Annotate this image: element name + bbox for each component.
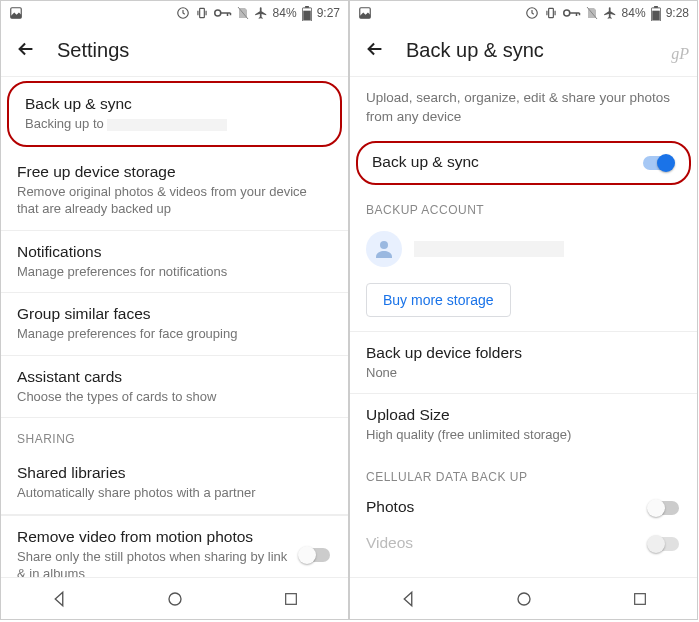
- svg-point-13: [563, 10, 569, 16]
- back-icon[interactable]: [15, 38, 37, 64]
- shared-libraries-row[interactable]: Shared libraries Automatically share pho…: [1, 452, 348, 515]
- nav-recent-icon[interactable]: [283, 591, 299, 607]
- clock-time: 9:27: [317, 6, 340, 20]
- remove-video-toggle[interactable]: [298, 545, 332, 565]
- backup-content: Upload, search, organize, edit & share y…: [350, 77, 697, 577]
- svg-rect-9: [285, 593, 296, 604]
- redacted-account: [107, 119, 227, 131]
- row-sub: Backing up to: [25, 115, 324, 133]
- row-sub: Automatically share photos with a partne…: [17, 484, 332, 502]
- nav-bar: [350, 577, 697, 619]
- settings-list: Back up & sync Backing up to Free up dev…: [1, 77, 348, 577]
- airplane-icon: [254, 6, 268, 20]
- cellular-photos-toggle[interactable]: [647, 498, 681, 518]
- watermark: gP: [671, 45, 689, 63]
- section-sharing: SHARING: [1, 418, 348, 452]
- battery-percent: 84%: [273, 6, 297, 20]
- nav-back-icon[interactable]: [50, 590, 68, 608]
- buy-storage-button[interactable]: Buy more storage: [366, 283, 511, 317]
- picture-icon: [9, 6, 23, 20]
- battery-icon: [651, 6, 661, 21]
- picture-icon: [358, 6, 372, 20]
- vibrate-icon: [544, 6, 558, 20]
- status-bar: 84% 9:27: [1, 1, 348, 25]
- app-bar: Back up & sync: [350, 25, 697, 77]
- row-title: Group similar faces: [17, 305, 332, 323]
- row-title: Free up device storage: [17, 163, 332, 181]
- nav-back-icon[interactable]: [399, 590, 417, 608]
- key-icon: [563, 8, 581, 18]
- svg-rect-12: [548, 8, 553, 17]
- cellular-photos-row[interactable]: Photos: [350, 490, 697, 526]
- app-bar: Settings: [1, 25, 348, 77]
- avatar-icon: [366, 231, 402, 267]
- row-title: Back up & sync: [25, 95, 324, 113]
- back-icon[interactable]: [364, 38, 386, 64]
- battery-percent: 84%: [622, 6, 646, 20]
- svg-rect-20: [634, 593, 645, 604]
- device-folders-row[interactable]: Back up device folders None: [350, 332, 697, 395]
- row-title: Back up device folders: [366, 344, 681, 362]
- redacted-email: [414, 241, 564, 257]
- clock-time: 9:28: [666, 6, 689, 20]
- row-title: Notifications: [17, 243, 332, 261]
- nav-home-icon[interactable]: [515, 590, 533, 608]
- remove-video-row[interactable]: Remove video from motion photos Share on…: [1, 515, 348, 577]
- nav-home-icon[interactable]: [166, 590, 184, 608]
- highlight-oval: Back up & sync: [356, 141, 691, 185]
- svg-point-8: [169, 593, 181, 605]
- assistant-cards-row[interactable]: Assistant cards Choose the types of card…: [1, 356, 348, 419]
- backup-sync-screen: gP 84% 9:28 Back up & sync Upload, searc…: [349, 0, 698, 620]
- svg-point-18: [380, 241, 388, 249]
- svg-point-3: [214, 10, 220, 16]
- free-storage-row[interactable]: Free up device storage Remove original p…: [1, 151, 348, 231]
- airplane-icon: [603, 6, 617, 20]
- row-sub: Remove original photos & videos from you…: [17, 183, 332, 218]
- battery-icon: [302, 6, 312, 21]
- notifications-row[interactable]: Notifications Manage preferences for not…: [1, 231, 348, 294]
- videos-label: Videos: [366, 534, 413, 552]
- row-sub: Share only the still photos when sharing…: [17, 548, 298, 577]
- svg-point-19: [518, 593, 530, 605]
- row-title: Shared libraries: [17, 464, 332, 482]
- row-sub: Manage preferences for face grouping: [17, 325, 332, 343]
- section-account: BACKUP ACCOUNT: [350, 189, 697, 223]
- group-faces-row[interactable]: Group similar faces Manage preferences f…: [1, 293, 348, 356]
- upload-size-row[interactable]: Upload Size High quality (free unlimited…: [350, 394, 697, 456]
- no-sim-icon: [237, 6, 249, 20]
- toggle-label: Back up & sync: [372, 153, 479, 171]
- backup-sync-toggle[interactable]: [641, 153, 675, 173]
- section-cellular: CELLULAR DATA BACK UP: [350, 456, 697, 490]
- key-icon: [214, 8, 232, 18]
- description: Upload, search, organize, edit & share y…: [350, 77, 697, 137]
- row-sub: High quality (free unlimited storage): [366, 426, 681, 444]
- photos-label: Photos: [366, 498, 414, 516]
- page-title: Back up & sync: [406, 39, 544, 62]
- update-icon: [176, 6, 190, 20]
- backup-sync-row[interactable]: Back up & sync Backing up to: [9, 83, 340, 145]
- account-row[interactable]: [350, 223, 697, 279]
- no-sim-icon: [586, 6, 598, 20]
- svg-rect-7: [303, 10, 311, 19]
- settings-screen: 84% 9:27 Settings Back up & sync Backing…: [0, 0, 349, 620]
- row-title: Upload Size: [366, 406, 681, 424]
- row-title: Remove video from motion photos: [17, 528, 298, 546]
- highlight-oval: Back up & sync Backing up to: [7, 81, 342, 147]
- vibrate-icon: [195, 6, 209, 20]
- row-sub: Choose the types of cards to show: [17, 388, 332, 406]
- svg-rect-17: [652, 10, 660, 19]
- row-sub: None: [366, 364, 681, 382]
- backup-sync-toggle-row[interactable]: Back up & sync: [358, 143, 689, 183]
- cellular-videos-toggle: [647, 534, 681, 554]
- row-sub: Manage preferences for notifications: [17, 263, 332, 281]
- row-title: Assistant cards: [17, 368, 332, 386]
- svg-rect-2: [199, 8, 204, 17]
- cellular-videos-row: Videos: [350, 526, 697, 562]
- nav-bar: [1, 577, 348, 619]
- page-title: Settings: [57, 39, 129, 62]
- nav-recent-icon[interactable]: [632, 591, 648, 607]
- status-bar: 84% 9:28: [350, 1, 697, 25]
- update-icon: [525, 6, 539, 20]
